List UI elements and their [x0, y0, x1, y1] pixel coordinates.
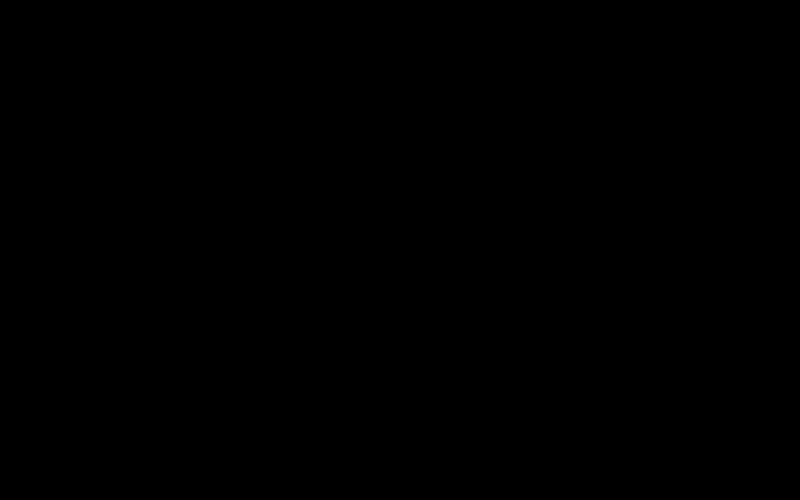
goes-xray-flux-window	[0, 0, 800, 500]
flux-chart-plot-area	[0, 0, 800, 500]
